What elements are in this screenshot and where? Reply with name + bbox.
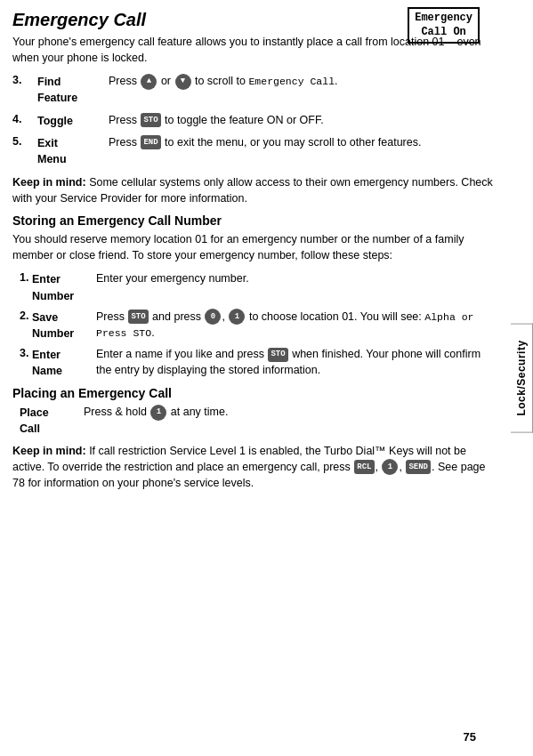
storing-step-3-number: 3. [12, 346, 32, 359]
step-5-exit-menu: 5. ExitMenu Press END to exit the menu, … [12, 134, 496, 167]
step-5-term: ExitMenu [37, 134, 109, 167]
step-3-number: 3. [12, 73, 37, 86]
place-call-term: PlaceCall [20, 404, 84, 437]
storing-step-2-term: SaveNumber [32, 309, 96, 342]
one-btn-place: 1 [150, 405, 166, 421]
keep-in-mind-2-label: Keep in mind: [12, 445, 86, 457]
section1-heading: Storing an Emergency Call Number [12, 213, 496, 228]
step-5-number: 5. [12, 134, 37, 148]
end-btn: END [141, 135, 160, 149]
box-line1: Emergency [415, 12, 472, 24]
one-btn-override: 1 [382, 459, 398, 475]
storing-step-2-number: 2. [12, 309, 32, 322]
rcl-btn: RCL [354, 460, 374, 474]
storing-step-1-number: 1. [12, 270, 32, 284]
storing-step-1-desc: Enter your emergency number. [96, 270, 496, 286]
zero-btn: 0 [205, 309, 221, 325]
storing-steps-list: 1. EnterNumber Enter your emergency numb… [12, 270, 496, 379]
step-3-desc: Press ▲ or ▼ to scroll to Emergency Call… [109, 73, 496, 90]
side-tab-label: Lock/Security [511, 323, 533, 432]
section1-text: You should reserve memory location 01 fo… [12, 231, 496, 263]
storing-step-3-term: EnterName [32, 346, 96, 379]
storing-step-3-desc: Enter a name if you like and press STO w… [96, 346, 496, 378]
keep-in-mind-2: Keep in mind: If call restriction Servic… [12, 443, 496, 492]
placing-steps-list: PlaceCall Press & hold 1 at any time. [12, 404, 496, 437]
placing-step-1: PlaceCall Press & hold 1 at any time. [20, 404, 496, 437]
page-number: 75 [464, 730, 476, 744]
sto-btn-toggle: STO [141, 113, 160, 127]
one-btn-save: 1 [229, 309, 245, 325]
step-3-term: FindFeature [37, 73, 109, 106]
storing-step-3: 3. EnterName Enter a name if you like an… [12, 346, 496, 379]
place-call-desc: Press & hold 1 at any time. [84, 404, 496, 421]
side-tab: Lock/Security [508, 0, 533, 756]
box-line2: Call On [421, 26, 465, 38]
emergency-call-on-box: Emergency Call On [408, 7, 480, 44]
step-4-desc: Press STO to toggle the feature ON or OF… [109, 112, 496, 128]
keep-in-mind-1: Keep in mind: Some cellular systems only… [12, 174, 496, 206]
step-4-term: Toggle [37, 112, 109, 129]
sto-btn-name: STO [268, 348, 287, 362]
emergency-call-code: Emergency Call [248, 76, 335, 87]
step-3-find-feature: 3. FindFeature Press ▲ or ▼ to scroll to… [12, 73, 496, 106]
storing-step-2: 2. SaveNumber Press STO and press 0, 1 t… [12, 309, 496, 342]
section2-heading: Placing an Emergency Call [12, 386, 496, 400]
send-btn: SEND [406, 460, 431, 474]
storing-step-1-term: EnterNumber [32, 270, 96, 303]
main-steps-list: 3. FindFeature Press ▲ or ▼ to scroll to… [12, 73, 496, 167]
sto-btn-save: STO [128, 310, 148, 324]
storing-step-1: 1. EnterNumber Enter your emergency numb… [12, 270, 496, 303]
step-4-number: 4. [12, 112, 37, 125]
step-4-toggle: 4. Toggle Press STO to toggle the featur… [12, 112, 496, 129]
storing-step-2-desc: Press STO and press 0, 1 to choose locat… [96, 309, 496, 342]
alpha-or-press-code: Alpha or Press STO [96, 311, 474, 340]
keep-in-mind-1-label: Keep in mind: [12, 176, 86, 189]
up-arrow-btn: ▲ [141, 74, 157, 90]
step-5-desc: Press END to exit the menu, or you may s… [109, 134, 496, 150]
down-arrow-btn: ▼ [175, 74, 191, 90]
